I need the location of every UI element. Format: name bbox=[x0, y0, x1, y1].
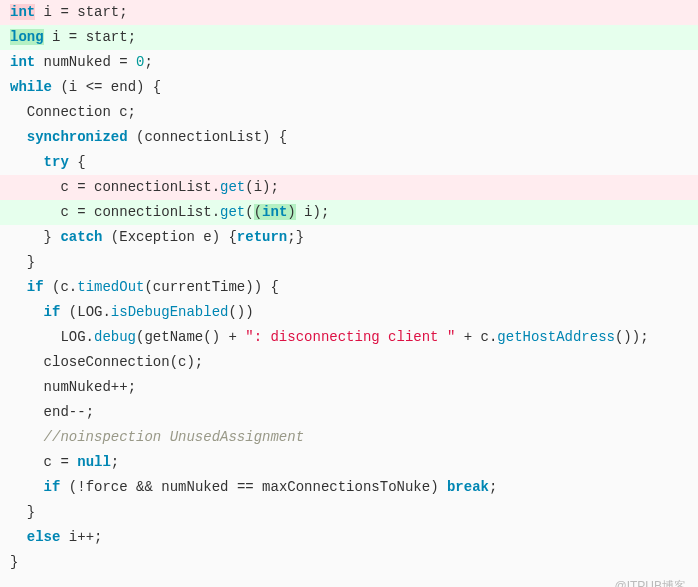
code-line-3: while (i <= end) { bbox=[0, 75, 698, 100]
code-line-13: LOG.debug(getName() + ": disconnecting c… bbox=[0, 325, 698, 350]
code-line-10: } bbox=[0, 250, 698, 275]
code-line-22: } bbox=[0, 550, 698, 575]
code-line-7: c = connectionList.get(i); bbox=[0, 175, 698, 200]
code-line-2: int numNuked = 0; bbox=[0, 50, 698, 75]
code-line-21: else i++; bbox=[0, 525, 698, 550]
code-line-19: if (!force && numNuked == maxConnections… bbox=[0, 475, 698, 500]
code-line-4: Connection c; bbox=[0, 100, 698, 125]
code-line-1: long i = start; bbox=[0, 25, 698, 50]
code-line-14: closeConnection(c); bbox=[0, 350, 698, 375]
code-line-11: if (c.timedOut(currentTime)) { bbox=[0, 275, 698, 300]
code-line-5: synchronized (connectionList) { bbox=[0, 125, 698, 150]
code-line-6: try { bbox=[0, 150, 698, 175]
watermark: @ITPUB博客 bbox=[614, 574, 686, 587]
code-line-18: c = null; bbox=[0, 450, 698, 475]
code-line-15: numNuked++; bbox=[0, 375, 698, 400]
code-line-8: c = connectionList.get((int) i); bbox=[0, 200, 698, 225]
code-diff-block: int i = start;long i = start;int numNuke… bbox=[0, 0, 698, 587]
code-line-16: end--; bbox=[0, 400, 698, 425]
code-line-17: //noinspection UnusedAssignment bbox=[0, 425, 698, 450]
code-line-0: int i = start; bbox=[0, 0, 698, 25]
code-line-12: if (LOG.isDebugEnabled()) bbox=[0, 300, 698, 325]
code-line-9: } catch (Exception e) {return;} bbox=[0, 225, 698, 250]
code-line-20: } bbox=[0, 500, 698, 525]
